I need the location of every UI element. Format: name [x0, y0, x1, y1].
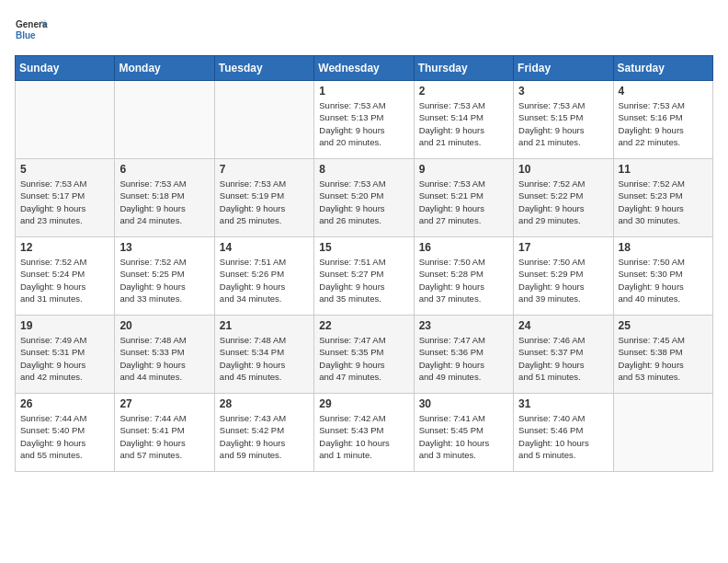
- day-number: 2: [419, 85, 508, 98]
- calendar-cell: 9Sunrise: 7:53 AM Sunset: 5:21 PM Daylig…: [414, 159, 513, 237]
- day-info: Sunrise: 7:50 AM Sunset: 5:30 PM Dayligh…: [619, 256, 708, 304]
- logo-svg: General Blue: [15, 15, 48, 48]
- day-number: 31: [518, 397, 608, 410]
- day-info: Sunrise: 7:53 AM Sunset: 5:20 PM Dayligh…: [319, 178, 408, 226]
- day-info: Sunrise: 7:53 AM Sunset: 5:14 PM Dayligh…: [419, 99, 508, 148]
- calendar-week-row: 26Sunrise: 7:44 AM Sunset: 5:40 PM Dayli…: [16, 394, 713, 472]
- calendar-header-saturday: Saturday: [613, 56, 712, 81]
- calendar-cell: 16Sunrise: 7:50 AM Sunset: 5:28 PM Dayli…: [414, 237, 513, 316]
- calendar-cell: [214, 81, 313, 159]
- day-info: Sunrise: 7:52 AM Sunset: 5:24 PM Dayligh…: [20, 256, 109, 304]
- day-number: 14: [220, 241, 309, 254]
- calendar-week-row: 19Sunrise: 7:49 AM Sunset: 5:31 PM Dayli…: [16, 316, 713, 394]
- calendar-cell: [115, 81, 214, 159]
- day-info: Sunrise: 7:48 AM Sunset: 5:34 PM Dayligh…: [220, 334, 309, 383]
- day-number: 22: [319, 319, 408, 332]
- day-number: 8: [319, 163, 408, 176]
- calendar-cell: 20Sunrise: 7:48 AM Sunset: 5:33 PM Dayli…: [115, 316, 214, 394]
- day-info: Sunrise: 7:49 AM Sunset: 5:31 PM Dayligh…: [20, 334, 109, 383]
- calendar-header-monday: Monday: [115, 56, 214, 81]
- calendar-header-sunday: Sunday: [16, 56, 115, 81]
- day-number: 12: [20, 241, 109, 254]
- day-number: 6: [119, 163, 209, 176]
- calendar-header-wednesday: Wednesday: [314, 56, 414, 81]
- day-info: Sunrise: 7:51 AM Sunset: 5:26 PM Dayligh…: [220, 256, 309, 304]
- day-number: 1: [319, 85, 408, 98]
- day-number: 13: [119, 241, 209, 254]
- day-info: Sunrise: 7:40 AM Sunset: 5:46 PM Dayligh…: [518, 412, 608, 461]
- day-number: 23: [419, 319, 508, 332]
- day-number: 9: [419, 163, 508, 176]
- day-info: Sunrise: 7:45 AM Sunset: 5:38 PM Dayligh…: [619, 334, 708, 383]
- day-number: 7: [220, 163, 309, 176]
- calendar-cell: 7Sunrise: 7:53 AM Sunset: 5:19 PM Daylig…: [214, 159, 313, 237]
- calendar-cell: 21Sunrise: 7:48 AM Sunset: 5:34 PM Dayli…: [214, 316, 313, 394]
- calendar-cell: 6Sunrise: 7:53 AM Sunset: 5:18 PM Daylig…: [115, 159, 214, 237]
- calendar-cell: 17Sunrise: 7:50 AM Sunset: 5:29 PM Dayli…: [514, 237, 613, 316]
- day-number: 30: [419, 397, 508, 410]
- calendar-header-thursday: Thursday: [414, 56, 513, 81]
- day-info: Sunrise: 7:44 AM Sunset: 5:40 PM Dayligh…: [20, 412, 109, 461]
- day-info: Sunrise: 7:41 AM Sunset: 5:45 PM Dayligh…: [419, 412, 508, 461]
- calendar-cell: 19Sunrise: 7:49 AM Sunset: 5:31 PM Dayli…: [16, 316, 115, 394]
- calendar-cell: 29Sunrise: 7:42 AM Sunset: 5:43 PM Dayli…: [314, 394, 414, 472]
- calendar-week-row: 12Sunrise: 7:52 AM Sunset: 5:24 PM Dayli…: [16, 237, 713, 316]
- calendar-table: SundayMondayTuesdayWednesdayThursdayFrid…: [15, 55, 713, 472]
- day-number: 24: [518, 319, 608, 332]
- day-info: Sunrise: 7:53 AM Sunset: 5:19 PM Dayligh…: [220, 178, 309, 226]
- day-info: Sunrise: 7:51 AM Sunset: 5:27 PM Dayligh…: [319, 256, 408, 304]
- day-info: Sunrise: 7:52 AM Sunset: 5:22 PM Dayligh…: [518, 178, 608, 226]
- day-number: 17: [518, 241, 608, 254]
- day-info: Sunrise: 7:42 AM Sunset: 5:43 PM Dayligh…: [319, 412, 408, 461]
- day-info: Sunrise: 7:53 AM Sunset: 5:21 PM Dayligh…: [419, 178, 508, 226]
- day-info: Sunrise: 7:43 AM Sunset: 5:42 PM Dayligh…: [220, 412, 309, 461]
- day-info: Sunrise: 7:52 AM Sunset: 5:25 PM Dayligh…: [119, 256, 209, 304]
- day-number: 10: [518, 163, 608, 176]
- calendar-cell: 13Sunrise: 7:52 AM Sunset: 5:25 PM Dayli…: [115, 237, 214, 316]
- calendar-cell: 12Sunrise: 7:52 AM Sunset: 5:24 PM Dayli…: [16, 237, 115, 316]
- day-number: 27: [119, 397, 209, 410]
- calendar-cell: [613, 394, 712, 472]
- calendar-cell: 15Sunrise: 7:51 AM Sunset: 5:27 PM Dayli…: [314, 237, 414, 316]
- day-number: 3: [518, 85, 608, 98]
- day-info: Sunrise: 7:50 AM Sunset: 5:29 PM Dayligh…: [518, 256, 608, 304]
- svg-text:Blue: Blue: [16, 30, 36, 40]
- day-info: Sunrise: 7:50 AM Sunset: 5:28 PM Dayligh…: [419, 256, 508, 304]
- day-info: Sunrise: 7:44 AM Sunset: 5:41 PM Dayligh…: [119, 412, 209, 461]
- calendar-cell: 26Sunrise: 7:44 AM Sunset: 5:40 PM Dayli…: [16, 394, 115, 472]
- day-info: Sunrise: 7:47 AM Sunset: 5:36 PM Dayligh…: [419, 334, 508, 383]
- calendar-cell: 3Sunrise: 7:53 AM Sunset: 5:15 PM Daylig…: [514, 81, 613, 159]
- day-info: Sunrise: 7:53 AM Sunset: 5:16 PM Dayligh…: [619, 99, 708, 148]
- calendar-cell: 14Sunrise: 7:51 AM Sunset: 5:26 PM Dayli…: [214, 237, 313, 316]
- day-number: 25: [619, 319, 708, 332]
- calendar-cell: [16, 81, 115, 159]
- calendar-cell: 4Sunrise: 7:53 AM Sunset: 5:16 PM Daylig…: [613, 81, 712, 159]
- day-info: Sunrise: 7:46 AM Sunset: 5:37 PM Dayligh…: [518, 334, 608, 383]
- day-number: 4: [619, 85, 708, 98]
- calendar-week-row: 1Sunrise: 7:53 AM Sunset: 5:13 PM Daylig…: [16, 81, 713, 159]
- day-info: Sunrise: 7:48 AM Sunset: 5:33 PM Dayligh…: [119, 334, 209, 383]
- day-number: 28: [220, 397, 309, 410]
- day-number: 20: [119, 319, 209, 332]
- day-info: Sunrise: 7:53 AM Sunset: 5:17 PM Dayligh…: [20, 178, 109, 226]
- calendar-cell: 24Sunrise: 7:46 AM Sunset: 5:37 PM Dayli…: [514, 316, 613, 394]
- calendar-cell: 27Sunrise: 7:44 AM Sunset: 5:41 PM Dayli…: [115, 394, 214, 472]
- calendar-cell: 1Sunrise: 7:53 AM Sunset: 5:13 PM Daylig…: [314, 81, 414, 159]
- calendar-cell: 8Sunrise: 7:53 AM Sunset: 5:20 PM Daylig…: [314, 159, 414, 237]
- calendar-cell: 25Sunrise: 7:45 AM Sunset: 5:38 PM Dayli…: [613, 316, 712, 394]
- day-number: 18: [619, 241, 708, 254]
- calendar-header-tuesday: Tuesday: [214, 56, 313, 81]
- calendar-header-friday: Friday: [514, 56, 613, 81]
- day-info: Sunrise: 7:52 AM Sunset: 5:23 PM Dayligh…: [619, 178, 708, 226]
- calendar-cell: 18Sunrise: 7:50 AM Sunset: 5:30 PM Dayli…: [613, 237, 712, 316]
- logo: General Blue: [15, 15, 48, 48]
- calendar-cell: 30Sunrise: 7:41 AM Sunset: 5:45 PM Dayli…: [414, 394, 513, 472]
- day-number: 15: [319, 241, 408, 254]
- calendar-cell: 23Sunrise: 7:47 AM Sunset: 5:36 PM Dayli…: [414, 316, 513, 394]
- calendar-cell: 11Sunrise: 7:52 AM Sunset: 5:23 PM Dayli…: [613, 159, 712, 237]
- day-number: 11: [619, 163, 708, 176]
- calendar-cell: 10Sunrise: 7:52 AM Sunset: 5:22 PM Dayli…: [514, 159, 613, 237]
- calendar-week-row: 5Sunrise: 7:53 AM Sunset: 5:17 PM Daylig…: [16, 159, 713, 237]
- header: General Blue: [15, 15, 713, 48]
- calendar-header-row: SundayMondayTuesdayWednesdayThursdayFrid…: [16, 56, 713, 81]
